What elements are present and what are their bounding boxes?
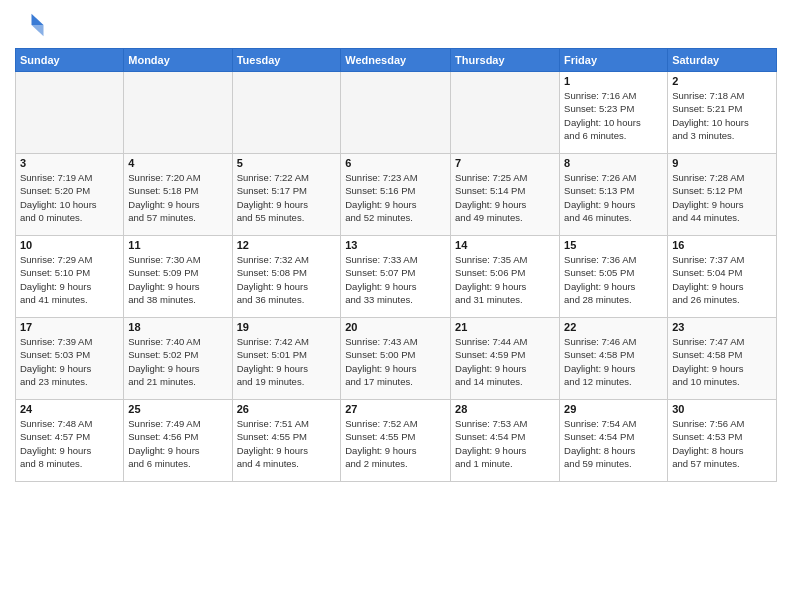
calendar-cell: 28Sunrise: 7:53 AM Sunset: 4:54 PM Dayli…	[451, 400, 560, 482]
day-info: Sunrise: 7:32 AM Sunset: 5:08 PM Dayligh…	[237, 253, 337, 306]
day-number: 17	[20, 321, 119, 333]
day-info: Sunrise: 7:23 AM Sunset: 5:16 PM Dayligh…	[345, 171, 446, 224]
day-number: 8	[564, 157, 663, 169]
calendar-cell: 9Sunrise: 7:28 AM Sunset: 5:12 PM Daylig…	[668, 154, 777, 236]
weekday-header: Saturday	[668, 49, 777, 72]
calendar-week-row: 10Sunrise: 7:29 AM Sunset: 5:10 PM Dayli…	[16, 236, 777, 318]
calendar-cell: 22Sunrise: 7:46 AM Sunset: 4:58 PM Dayli…	[560, 318, 668, 400]
calendar-cell: 27Sunrise: 7:52 AM Sunset: 4:55 PM Dayli…	[341, 400, 451, 482]
day-number: 5	[237, 157, 337, 169]
calendar-cell: 8Sunrise: 7:26 AM Sunset: 5:13 PM Daylig…	[560, 154, 668, 236]
calendar-cell: 25Sunrise: 7:49 AM Sunset: 4:56 PM Dayli…	[124, 400, 232, 482]
calendar-cell: 19Sunrise: 7:42 AM Sunset: 5:01 PM Dayli…	[232, 318, 341, 400]
calendar-week-row: 24Sunrise: 7:48 AM Sunset: 4:57 PM Dayli…	[16, 400, 777, 482]
day-number: 28	[455, 403, 555, 415]
day-number: 13	[345, 239, 446, 251]
day-number: 11	[128, 239, 227, 251]
day-number: 16	[672, 239, 772, 251]
day-number: 23	[672, 321, 772, 333]
calendar-cell: 21Sunrise: 7:44 AM Sunset: 4:59 PM Dayli…	[451, 318, 560, 400]
day-number: 22	[564, 321, 663, 333]
day-number: 27	[345, 403, 446, 415]
calendar-cell: 18Sunrise: 7:40 AM Sunset: 5:02 PM Dayli…	[124, 318, 232, 400]
day-info: Sunrise: 7:46 AM Sunset: 4:58 PM Dayligh…	[564, 335, 663, 388]
day-number: 20	[345, 321, 446, 333]
calendar-cell: 7Sunrise: 7:25 AM Sunset: 5:14 PM Daylig…	[451, 154, 560, 236]
calendar-cell: 10Sunrise: 7:29 AM Sunset: 5:10 PM Dayli…	[16, 236, 124, 318]
weekday-header: Sunday	[16, 49, 124, 72]
calendar-cell	[16, 72, 124, 154]
day-number: 12	[237, 239, 337, 251]
day-number: 21	[455, 321, 555, 333]
weekday-header: Thursday	[451, 49, 560, 72]
header	[15, 10, 777, 40]
calendar-week-row: 17Sunrise: 7:39 AM Sunset: 5:03 PM Dayli…	[16, 318, 777, 400]
day-info: Sunrise: 7:22 AM Sunset: 5:17 PM Dayligh…	[237, 171, 337, 224]
calendar-cell: 6Sunrise: 7:23 AM Sunset: 5:16 PM Daylig…	[341, 154, 451, 236]
day-number: 3	[20, 157, 119, 169]
weekday-header: Wednesday	[341, 49, 451, 72]
calendar-cell: 20Sunrise: 7:43 AM Sunset: 5:00 PM Dayli…	[341, 318, 451, 400]
day-number: 2	[672, 75, 772, 87]
day-info: Sunrise: 7:37 AM Sunset: 5:04 PM Dayligh…	[672, 253, 772, 306]
day-info: Sunrise: 7:33 AM Sunset: 5:07 PM Dayligh…	[345, 253, 446, 306]
day-number: 30	[672, 403, 772, 415]
day-number: 4	[128, 157, 227, 169]
weekday-header: Tuesday	[232, 49, 341, 72]
calendar-cell: 1Sunrise: 7:16 AM Sunset: 5:23 PM Daylig…	[560, 72, 668, 154]
day-number: 7	[455, 157, 555, 169]
calendar-cell: 2Sunrise: 7:18 AM Sunset: 5:21 PM Daylig…	[668, 72, 777, 154]
calendar-cell	[232, 72, 341, 154]
calendar-header-row: SundayMondayTuesdayWednesdayThursdayFrid…	[16, 49, 777, 72]
calendar-cell: 24Sunrise: 7:48 AM Sunset: 4:57 PM Dayli…	[16, 400, 124, 482]
svg-marker-1	[32, 25, 44, 36]
day-number: 1	[564, 75, 663, 87]
day-number: 14	[455, 239, 555, 251]
calendar-cell: 23Sunrise: 7:47 AM Sunset: 4:58 PM Dayli…	[668, 318, 777, 400]
day-info: Sunrise: 7:51 AM Sunset: 4:55 PM Dayligh…	[237, 417, 337, 470]
calendar-cell	[341, 72, 451, 154]
calendar-cell	[124, 72, 232, 154]
calendar-table: SundayMondayTuesdayWednesdayThursdayFrid…	[15, 48, 777, 482]
calendar-cell: 29Sunrise: 7:54 AM Sunset: 4:54 PM Dayli…	[560, 400, 668, 482]
day-info: Sunrise: 7:42 AM Sunset: 5:01 PM Dayligh…	[237, 335, 337, 388]
calendar-cell: 14Sunrise: 7:35 AM Sunset: 5:06 PM Dayli…	[451, 236, 560, 318]
calendar-week-row: 3Sunrise: 7:19 AM Sunset: 5:20 PM Daylig…	[16, 154, 777, 236]
day-info: Sunrise: 7:36 AM Sunset: 5:05 PM Dayligh…	[564, 253, 663, 306]
calendar-cell: 15Sunrise: 7:36 AM Sunset: 5:05 PM Dayli…	[560, 236, 668, 318]
day-info: Sunrise: 7:40 AM Sunset: 5:02 PM Dayligh…	[128, 335, 227, 388]
day-info: Sunrise: 7:28 AM Sunset: 5:12 PM Dayligh…	[672, 171, 772, 224]
calendar-cell	[451, 72, 560, 154]
weekday-header: Friday	[560, 49, 668, 72]
logo	[15, 10, 49, 40]
calendar-cell: 30Sunrise: 7:56 AM Sunset: 4:53 PM Dayli…	[668, 400, 777, 482]
day-number: 26	[237, 403, 337, 415]
day-info: Sunrise: 7:16 AM Sunset: 5:23 PM Dayligh…	[564, 89, 663, 142]
day-info: Sunrise: 7:53 AM Sunset: 4:54 PM Dayligh…	[455, 417, 555, 470]
calendar-cell: 16Sunrise: 7:37 AM Sunset: 5:04 PM Dayli…	[668, 236, 777, 318]
day-number: 25	[128, 403, 227, 415]
day-info: Sunrise: 7:25 AM Sunset: 5:14 PM Dayligh…	[455, 171, 555, 224]
day-info: Sunrise: 7:54 AM Sunset: 4:54 PM Dayligh…	[564, 417, 663, 470]
day-number: 9	[672, 157, 772, 169]
calendar-cell: 4Sunrise: 7:20 AM Sunset: 5:18 PM Daylig…	[124, 154, 232, 236]
day-info: Sunrise: 7:35 AM Sunset: 5:06 PM Dayligh…	[455, 253, 555, 306]
calendar-cell: 5Sunrise: 7:22 AM Sunset: 5:17 PM Daylig…	[232, 154, 341, 236]
calendar-week-row: 1Sunrise: 7:16 AM Sunset: 5:23 PM Daylig…	[16, 72, 777, 154]
day-number: 6	[345, 157, 446, 169]
day-info: Sunrise: 7:39 AM Sunset: 5:03 PM Dayligh…	[20, 335, 119, 388]
day-info: Sunrise: 7:49 AM Sunset: 4:56 PM Dayligh…	[128, 417, 227, 470]
calendar-cell: 13Sunrise: 7:33 AM Sunset: 5:07 PM Dayli…	[341, 236, 451, 318]
day-info: Sunrise: 7:48 AM Sunset: 4:57 PM Dayligh…	[20, 417, 119, 470]
day-info: Sunrise: 7:52 AM Sunset: 4:55 PM Dayligh…	[345, 417, 446, 470]
day-info: Sunrise: 7:56 AM Sunset: 4:53 PM Dayligh…	[672, 417, 772, 470]
page-container: SundayMondayTuesdayWednesdayThursdayFrid…	[0, 0, 792, 492]
day-number: 29	[564, 403, 663, 415]
day-number: 24	[20, 403, 119, 415]
svg-marker-0	[32, 14, 44, 25]
calendar-cell: 12Sunrise: 7:32 AM Sunset: 5:08 PM Dayli…	[232, 236, 341, 318]
day-info: Sunrise: 7:19 AM Sunset: 5:20 PM Dayligh…	[20, 171, 119, 224]
weekday-header: Monday	[124, 49, 232, 72]
day-number: 15	[564, 239, 663, 251]
day-info: Sunrise: 7:43 AM Sunset: 5:00 PM Dayligh…	[345, 335, 446, 388]
